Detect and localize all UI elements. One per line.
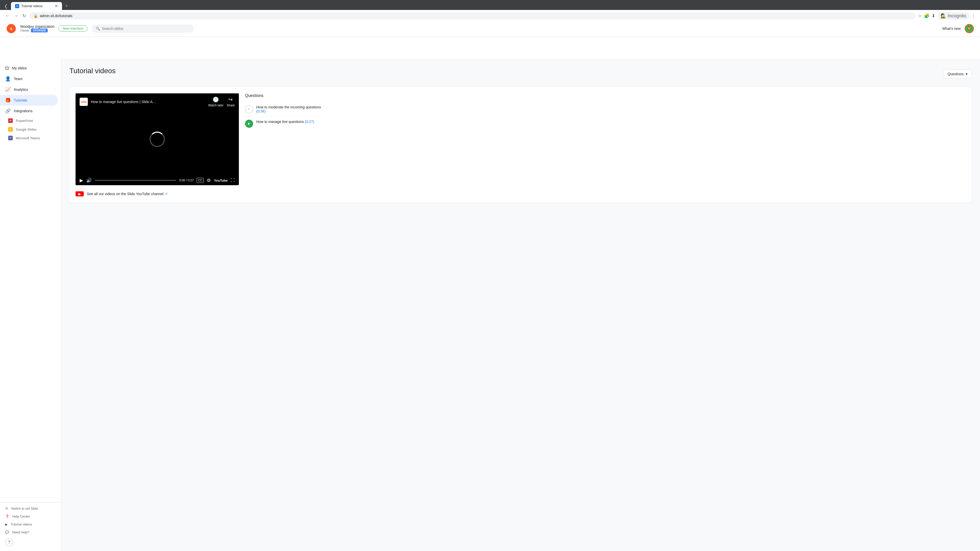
yt-link[interactable]: ▶ See all our videos on the Slido YouTub… xyxy=(76,191,966,197)
play-button[interactable]: ▶ xyxy=(80,178,83,183)
refresh-button[interactable]: ↻ xyxy=(21,12,27,20)
tab-favicon: S xyxy=(15,4,19,8)
loading-spinner xyxy=(150,132,165,147)
video-item-0[interactable]: How to moderate the incoming questions (… xyxy=(245,102,321,117)
sidebar-item-integrations[interactable]: 🔗 Integrations xyxy=(0,106,58,116)
org-role: Owner UPGRADE xyxy=(21,29,54,32)
tab-list-button[interactable]: ❮ xyxy=(2,2,10,10)
questions-panel: Questions How to moderate the incoming q… xyxy=(245,94,321,185)
topbar: s Moodjoy organization Owner UPGRADE New… xyxy=(0,21,980,37)
whats-new-button[interactable]: What's new xyxy=(942,27,961,30)
play-btn-0[interactable] xyxy=(245,105,253,113)
sidebar-analytics-label: Analytics xyxy=(14,87,28,92)
video-item-label-0: How to moderate the incoming questions xyxy=(256,105,321,109)
video-card: slido How to manage live questions | Sli… xyxy=(69,87,972,203)
play-btn-1[interactable] xyxy=(245,120,253,128)
questions-panel-title: Questions xyxy=(245,94,321,98)
back-button[interactable]: ← xyxy=(4,12,11,20)
volume-button[interactable]: 🔊 xyxy=(86,178,92,183)
powerpoint-icon: P xyxy=(8,118,13,123)
forward-button[interactable]: → xyxy=(13,12,19,20)
switch-icon: ↺ xyxy=(5,507,8,510)
settings-button[interactable]: ⚙ xyxy=(207,178,211,183)
need-help-icon: 💬 xyxy=(5,530,9,534)
address-bar[interactable]: 🔒 admin.sli.do/tutorials xyxy=(29,12,916,19)
active-tab[interactable]: S Tutorial videos ✕ xyxy=(11,2,62,10)
watch-later-label: Watch later xyxy=(208,103,224,107)
sidebar-tutorial-videos[interactable]: ▶ Tutorial videos xyxy=(0,520,61,528)
share-label: Share xyxy=(227,103,235,107)
url-text: admin.sli.do/tutorials xyxy=(40,14,73,18)
dropdown-chevron-icon: ▾ xyxy=(966,72,967,76)
incognito-icon: 🕵 xyxy=(940,13,946,19)
sidebar-item-tutorials[interactable]: 🎁 Tutorials xyxy=(0,95,58,106)
sidebar-item-my-slidos[interactable]: ⊡ My slidos xyxy=(0,63,58,73)
play-icon-1 xyxy=(247,122,251,125)
sidebar-help-center[interactable]: ❓ Help Center xyxy=(0,513,61,520)
google-slides-label: Google Slides xyxy=(16,127,37,131)
team-icon: 👤 xyxy=(5,76,11,82)
slido-logo-svg: s xyxy=(6,24,16,34)
search-bar[interactable]: 🔍 xyxy=(92,24,194,33)
video-item-1[interactable]: How to manage live questions (0:27) xyxy=(245,117,321,131)
sidebar-tutorials-label: Tutorials xyxy=(14,98,27,102)
video-item-duration-1: (0:27) xyxy=(305,120,314,124)
topbar-right: What's new 🦁 xyxy=(942,24,974,33)
video-top-bar: slido How to manage live questions | Sli… xyxy=(76,94,239,110)
sidebar-item-analytics[interactable]: 📈 Analytics xyxy=(0,84,58,95)
watch-later-button[interactable]: 🕐 Watch later xyxy=(208,97,224,107)
sidebar-sub-item-ms-teams[interactable]: T Microsoft Teams xyxy=(0,134,61,142)
time-display: 0:00 / 0:27 xyxy=(179,179,194,182)
help-center-icon: ❓ xyxy=(5,514,9,518)
role-label: Owner xyxy=(21,29,29,32)
google-slides-icon: G xyxy=(8,127,13,132)
org-name: Moodjoy organization xyxy=(21,24,54,29)
cc-button[interactable]: CC xyxy=(197,178,204,183)
app: s Moodjoy organization Owner UPGRADE New… xyxy=(0,22,980,551)
help-center-label: Help Center xyxy=(12,514,30,518)
nav-actions: ☆ 🧩 ⬇ 🕵 Incognito ⋮ xyxy=(918,12,976,20)
close-tab-button[interactable]: ✕ xyxy=(55,3,58,8)
youtube-icon: ▶ xyxy=(76,191,84,197)
sidebar-divider xyxy=(0,502,61,503)
video-slido-logo: slido xyxy=(80,98,88,106)
browser-nav: ← → ↻ 🔒 admin.sli.do/tutorials ☆ 🧩 ⬇ 🕵 I… xyxy=(0,10,980,22)
menu-icon[interactable]: ⋮ xyxy=(971,13,976,19)
youtube-logo: YouTube xyxy=(214,179,228,183)
sidebar-integrations-label: Integrations xyxy=(14,109,32,113)
my-slidos-icon: ⊡ xyxy=(5,65,9,71)
help-circle-button[interactable]: ? xyxy=(5,538,13,546)
upgrade-badge[interactable]: UPGRADE xyxy=(31,29,48,32)
questions-dropdown[interactable]: Questions ▾ xyxy=(943,70,972,78)
new-tab-button[interactable]: + xyxy=(63,2,70,10)
sidebar-item-team[interactable]: 👤 Team xyxy=(0,73,58,84)
bookmark-icon[interactable]: ☆ xyxy=(918,13,922,19)
svg-marker-2 xyxy=(248,108,250,110)
lock-icon: 🔒 xyxy=(33,14,38,18)
progress-bar[interactable] xyxy=(95,180,176,181)
video-player[interactable]: slido How to manage live questions | Sli… xyxy=(76,94,239,185)
content-area: Tutorial videos Questions ▾ slido xyxy=(61,59,980,551)
tutorials-icon: 🎁 xyxy=(5,97,11,103)
sidebar-switch-old[interactable]: ↺ Switch to old Slido xyxy=(0,505,61,513)
tab-bar: ❮ S Tutorial videos ✕ + xyxy=(0,0,980,10)
sidebar-need-help[interactable]: 💬 Need help? xyxy=(0,528,61,536)
fullscreen-button[interactable]: ⛶ xyxy=(231,178,235,183)
powerpoint-label: PowerPoint xyxy=(16,119,33,123)
extensions-icon[interactable]: 🧩 xyxy=(924,13,929,19)
share-button[interactable]: ↪ Share xyxy=(227,97,235,107)
avatar[interactable]: 🦁 xyxy=(965,24,974,33)
slido-logo[interactable]: s xyxy=(6,24,16,34)
integrations-icon: 🔗 xyxy=(5,108,11,114)
need-help-label: Need help? xyxy=(12,530,29,534)
tutorial-videos-icon: ▶ xyxy=(5,522,8,526)
play-icon-0 xyxy=(247,107,251,111)
new-interface-button[interactable]: New interface xyxy=(59,25,87,32)
sidebar-sub-item-powerpoint[interactable]: P PowerPoint xyxy=(0,116,61,125)
svg-text:s: s xyxy=(10,27,13,31)
search-icon: 🔍 xyxy=(96,27,100,30)
download-icon[interactable]: ⬇ xyxy=(932,13,935,19)
search-input[interactable] xyxy=(102,27,189,30)
sidebar-my-slidos-label: My slidos xyxy=(12,66,27,70)
sidebar-sub-item-google-slides[interactable]: G Google Slides xyxy=(0,125,61,134)
